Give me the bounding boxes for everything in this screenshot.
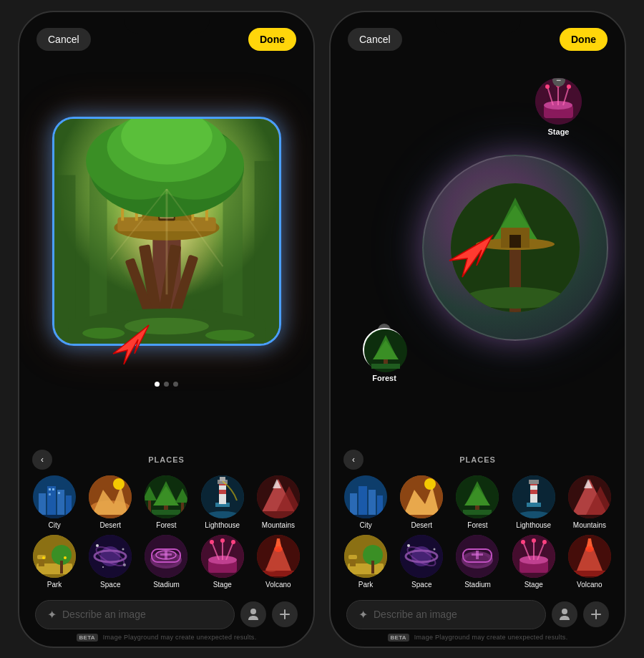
dot-3 [173, 382, 178, 387]
svg-rect-41 [47, 486, 56, 515]
svg-rect-47 [49, 493, 51, 495]
place-mountains-2[interactable]: Mountains [565, 475, 615, 529]
add-button-2[interactable] [583, 601, 609, 627]
svg-point-89 [102, 566, 104, 568]
mountains-label-2: Mountains [573, 521, 606, 529]
volcano-icon-2 [568, 535, 611, 578]
place-space-2[interactable]: Space [396, 535, 447, 589]
space-icon-2 [400, 535, 443, 578]
svg-point-132 [465, 287, 565, 309]
dot-1 [155, 382, 160, 387]
svg-point-112 [265, 566, 277, 572]
phone-2: Cancel Done − [329, 11, 626, 648]
done-button[interactable]: Done [248, 28, 296, 51]
svg-rect-3 [254, 160, 278, 343]
page-indicator [155, 382, 178, 387]
svg-rect-181 [472, 553, 483, 556]
lighthouse-icon-2 [512, 475, 555, 518]
section-header: ‹ PLACES [26, 447, 306, 475]
space-label: Space [100, 581, 120, 589]
volcano-label-2: Volcano [577, 581, 602, 589]
magic-icon-2: ✦ [358, 608, 368, 621]
cancel-button[interactable]: Cancel [36, 28, 91, 51]
svg-marker-38 [113, 325, 149, 364]
forest-label-2: Forest [467, 521, 487, 529]
stage-label: Stage [213, 581, 232, 589]
svg-point-82 [64, 556, 67, 559]
svg-point-159 [518, 511, 550, 518]
forest-floating-item[interactable]: − Forest [363, 328, 406, 382]
place-desert-2[interactable]: Desert [396, 475, 447, 529]
svg-point-194 [585, 546, 594, 552]
bubble-inner [451, 183, 580, 312]
svg-rect-66 [219, 490, 226, 494]
main-bubble[interactable] [422, 155, 608, 341]
svg-point-122 [545, 84, 550, 89]
place-volcano[interactable]: Volcano [253, 535, 303, 589]
place-city-2[interactable]: City [341, 475, 391, 529]
svg-rect-44 [39, 515, 70, 518]
svg-rect-157 [529, 480, 539, 484]
stage-icon-2 [512, 535, 555, 578]
place-city[interactable]: City [29, 475, 79, 529]
svg-rect-141 [358, 486, 367, 515]
place-stage-2[interactable]: Stage [509, 535, 559, 589]
svg-rect-57 [152, 510, 180, 515]
volcano-icon [257, 535, 300, 578]
place-volcano-2[interactable]: Volcano [565, 535, 615, 589]
place-mountains[interactable]: Mountains [253, 475, 303, 529]
done-button-2[interactable]: Done [560, 28, 608, 51]
place-space[interactable]: Space [85, 535, 135, 589]
svg-rect-111 [260, 571, 296, 576]
place-park-2[interactable]: Park [341, 535, 391, 589]
cancel-button-2[interactable]: Cancel [348, 28, 402, 51]
beta-tag: BETA [77, 634, 98, 642]
place-stage[interactable]: Stage [197, 535, 248, 589]
svg-rect-195 [572, 571, 608, 576]
place-desert[interactable]: Desert [85, 475, 135, 529]
svg-point-52 [113, 478, 125, 490]
place-forest-2[interactable]: Forest [452, 475, 502, 529]
main-image-container[interactable] [52, 117, 281, 346]
place-lighthouse[interactable]: Lighthouse [197, 475, 248, 529]
desert-label: Desert [100, 521, 121, 529]
svg-point-147 [424, 478, 436, 490]
place-stadium-2[interactable]: Stadium [452, 535, 502, 589]
desert-icon [89, 475, 132, 518]
beta-tag-2: BETA [388, 634, 409, 642]
back-button-2[interactable]: ‹ [343, 450, 364, 470]
person-button[interactable] [240, 601, 266, 627]
mountains-icon [257, 475, 300, 518]
park-icon [33, 535, 76, 578]
svg-point-81 [42, 556, 45, 559]
svg-rect-152 [463, 510, 492, 515]
add-button[interactable] [272, 601, 298, 627]
place-park[interactable]: Park [29, 535, 79, 589]
places-grid: City Desert [26, 475, 306, 594]
place-forest[interactable]: Forest [141, 475, 191, 529]
stage-floating-item[interactable]: − Stage [535, 78, 582, 136]
city-label: City [48, 521, 60, 529]
svg-rect-68 [220, 477, 225, 481]
describe-input[interactable]: ✦ Describe an image [35, 600, 235, 629]
svg-point-174 [407, 544, 410, 547]
space-icon [89, 535, 132, 578]
forest-floating-label: Forest [372, 374, 396, 382]
beta-notice-2: BETA Image Playground may create unexpec… [338, 632, 618, 647]
svg-point-196 [562, 609, 567, 614]
svg-point-188 [521, 540, 525, 544]
place-lighthouse-2[interactable]: Lighthouse [509, 475, 559, 529]
describe-input-2[interactable]: ✦ Describe an image [346, 600, 546, 629]
svg-rect-40 [39, 493, 46, 515]
section-title-2: PLACES [369, 455, 586, 464]
stadium-icon [145, 535, 187, 578]
svg-rect-158 [527, 503, 541, 507]
section-title: PLACES [58, 455, 275, 464]
svg-rect-142 [369, 490, 376, 515]
place-stadium[interactable]: Stadium [141, 535, 191, 589]
back-button[interactable]: ‹ [32, 450, 52, 470]
phone-notch [124, 12, 210, 34]
main-image [52, 117, 281, 346]
person-button-2[interactable] [552, 601, 577, 627]
bottom-section: ‹ PLACES [19, 440, 313, 647]
